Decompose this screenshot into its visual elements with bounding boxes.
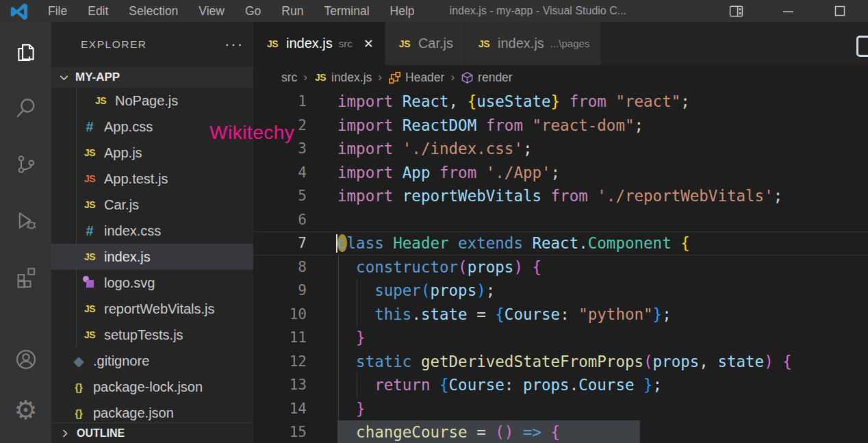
split-editor-icon[interactable] [856,36,868,57]
breadcrumb-separator: › [450,71,455,84]
file-name: App.js [104,145,142,161]
menu-file[interactable]: File [39,3,76,20]
tree-indent-guide [76,88,77,348]
js-file-icon: JS [81,197,98,213]
explorer-title: EXPLORER [81,38,146,51]
file-name: .gitignore [93,353,149,369]
code-line-10[interactable]: 10 this.state = {Course: "python"}; [253,303,868,327]
css-file-icon: # [81,118,98,135]
breadcrumb-label: Header [405,71,444,85]
breadcrumb-item-render[interactable]: render [461,71,513,85]
cursor-char-highlight: c [337,234,347,252]
activity-extensions-icon[interactable] [0,259,51,294]
breadcrumb-item-src[interactable]: src [281,71,297,85]
code-line-5[interactable]: 5import reportWebVitals from './reportWe… [253,184,868,208]
menu-bar: FileEditSelectionViewGoRunTerminalHelp [39,3,424,20]
menu-go[interactable]: Go [236,3,270,20]
code-line-8[interactable]: 8 constructor(props) { [253,255,868,279]
vscode-window: FileEditSelectionViewGoRunTerminalHelp i… [0,0,868,443]
tree-item-logo.svg[interactable]: logo.svg [51,270,253,296]
line-text: constructor(props) { [337,258,541,276]
file-name: logo.svg [104,275,155,291]
js-file-icon: JS [476,36,492,52]
explorer-more-actions-icon[interactable]: ··· [225,41,244,48]
tree-item-NoPage.js[interactable]: JSNoPage.js [51,88,253,114]
js-file-icon: JS [396,36,413,52]
line-text: } [337,329,366,346]
menu-terminal[interactable]: Terminal [315,3,378,20]
tab-index.js-src[interactable]: JSindex.jssrc✕ [253,22,385,65]
menu-edit[interactable]: Edit [79,3,117,20]
maximize-icon[interactable] [824,1,856,21]
indent-guide [338,373,339,397]
customize-layout-icon[interactable] [720,1,752,21]
code-line-13[interactable]: 13 return {Course: props.Course }; [253,373,868,397]
explorer-header: EXPLORER ··· [51,22,253,67]
tab-bar-empty-space [601,22,868,65]
code-line-3[interactable]: 3import './index.css'; [253,137,868,161]
tab-index.js-pages[interactable]: JSindex.js...\pages [465,22,601,65]
breadcrumb-separator: › [303,71,307,84]
tree-item-App.test.js[interactable]: JSApp.test.js [51,166,253,192]
breadcrumb-item-index.js[interactable]: JSindex.js [314,71,372,85]
file-name: setupTests.js [104,327,183,343]
indent-guide [338,303,339,327]
activity-accounts-icon[interactable] [0,342,51,377]
titlebar: FileEditSelectionViewGoRunTerminalHelp i… [0,0,868,22]
activity-run-and-debug-icon[interactable] [0,203,51,238]
code-line-4[interactable]: 4import App from './App'; [253,161,868,185]
line-number: 15 [253,424,307,440]
tree-item-package-lock.json[interactable]: {}package-lock.json [51,374,253,400]
code-line-6[interactable]: 6 [253,208,868,232]
tree-item-setupTests.js[interactable]: JSsetupTests.js [51,322,253,348]
json-file-icon: {} [71,405,87,421]
line-text: class Header extends React.Component { [337,234,690,252]
code-line-7[interactable]: 7class Header extends React.Component { [253,231,868,255]
code-line-2[interactable]: 2import ReactDOM from "react-dom"; [253,114,868,138]
line-number: 10 [253,306,307,322]
menu-help[interactable]: Help [381,3,424,20]
tree-item-package.json[interactable]: {}package.json [51,400,253,422]
window-controls [720,1,868,21]
indent-guide [357,373,357,397]
code-line-14[interactable]: 14 } [253,397,868,421]
activity-bar: ⚙ [0,22,51,443]
outline-section[interactable]: OUTLINE [51,422,253,443]
code-line-11[interactable]: 11 } [253,326,868,350]
breadcrumb-separator: › [378,71,382,84]
indent-guide [357,279,357,303]
tree-item-index.js[interactable]: JSindex.js [51,244,253,270]
tree-item-index.css[interactable]: #index.css [51,218,253,244]
file-name: NoPage.js [115,93,178,109]
breadcrumb-item-header[interactable]: Header [388,71,444,85]
code-line-1[interactable]: 1import React, {useState} from "react"; [253,90,868,114]
line-text: super(props); [337,281,495,299]
activity-search-icon[interactable] [0,90,51,126]
folder-section-my-app[interactable]: MY-APP [51,67,253,88]
activity-explorer-icon[interactable] [0,34,51,70]
activity-source-control-icon[interactable] [0,147,51,182]
tree-item-.gitignore[interactable]: ◆.gitignore [51,348,253,374]
code-line-12[interactable]: 12 static getDerivedStateFromProps(props… [253,350,868,374]
vscode-logo-icon [9,1,29,22]
line-text: return {Course: props.Course }; [337,376,662,394]
minimize-icon[interactable] [772,1,804,21]
js-file-icon: JS [264,36,281,52]
text-cursor [336,234,337,253]
menu-run[interactable]: Run [272,3,312,20]
menu-view[interactable]: View [190,3,233,20]
file-name: Car.js [104,197,139,213]
close-icon[interactable]: ✕ [363,36,374,51]
menu-selection[interactable]: Selection [120,3,187,20]
tab-Car.js[interactable]: JSCar.js [385,22,465,65]
tree-item-reportWebVitals.js[interactable]: JSreportWebVitals.js [51,296,253,322]
line-text: import reportWebVitals from './reportWeb… [337,187,782,205]
tree-item-Car.js[interactable]: JSCar.js [51,192,253,218]
code-line-9[interactable]: 9 super(props); [253,279,868,303]
js-file-icon: JS [81,327,98,343]
code-area[interactable]: 1import React, {useState} from "react";2… [253,90,868,443]
file-name: App.test.js [104,171,168,187]
outline-label: OUTLINE [77,427,125,440]
code-line-15[interactable]: 15 changeCourse = () => { [253,420,868,443]
activity-settings-icon[interactable]: ⚙ [0,392,51,428]
